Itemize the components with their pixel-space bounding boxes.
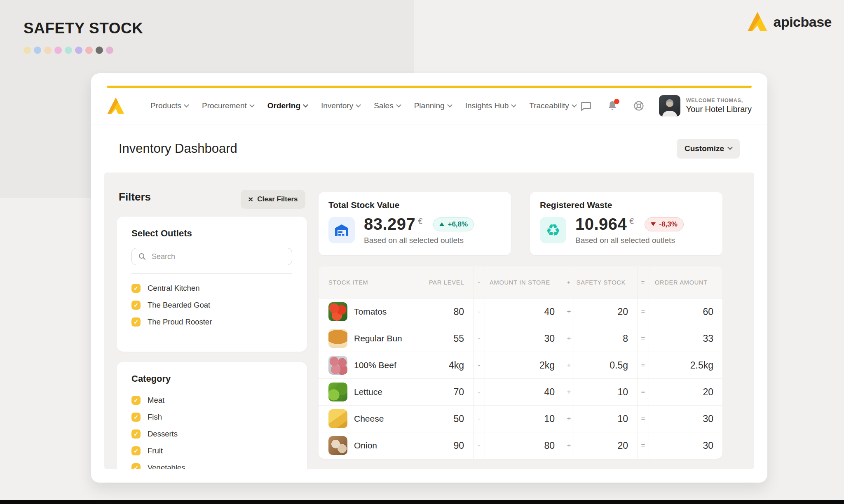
apicbase-brand: apicbase — [747, 12, 832, 32]
plus-operator: + — [564, 432, 574, 459]
nav-item-label: Procurement — [202, 101, 247, 110]
plus-operator: + — [564, 406, 574, 432]
nav-item-traceability[interactable]: Traceability — [529, 101, 576, 110]
item-name: Cheese — [354, 414, 384, 424]
nav-item-products[interactable]: Products — [150, 101, 188, 110]
category-checkbox-fish[interactable]: Fish — [131, 408, 292, 425]
nav-item-label: Sales — [374, 101, 394, 110]
chat-icon[interactable] — [580, 100, 592, 112]
table-row-100-beef: 100% Beef 4kg - 2kg + 0.5g = 2.5kg — [319, 352, 722, 378]
safety-stock-value: 20 — [574, 432, 637, 459]
outlet-label: Central Kitchen — [148, 284, 199, 293]
safety-stock-value: 10 — [574, 379, 637, 405]
category-checkbox-desserts[interactable]: Desserts — [131, 425, 292, 442]
par-level-value: 50 — [407, 413, 473, 425]
outlet-label: The Proud Rooster — [148, 317, 212, 327]
apicbase-a-icon[interactable] — [107, 97, 125, 114]
category-card: Category Meat Fish Desserts — [117, 362, 307, 469]
chevron-down-icon — [396, 102, 401, 107]
col-minus: - — [473, 266, 485, 298]
equals-operator: = — [637, 352, 649, 378]
col-equals: = — [637, 266, 649, 298]
equals-operator: = — [637, 299, 649, 325]
table-row-lettuce: Lettuce 70 - 40 + 10 = 20 — [319, 378, 722, 405]
nav-item-ordering[interactable]: Ordering — [267, 101, 307, 110]
filters-title: Filters — [119, 191, 151, 203]
page-header: Inventory Dashboard Customize — [91, 124, 767, 173]
screen: SAFETY STOCK apicbase — [0, 0, 844, 504]
main-navbar: Products Procurement Ordering Inventory … — [107, 88, 752, 124]
nav-item-label: Planning — [414, 101, 445, 110]
nav-item-insights-hub[interactable]: Insights Hub — [465, 101, 516, 110]
chevron-down-icon — [447, 102, 452, 107]
equals-operator: = — [637, 379, 649, 405]
palette-dot — [75, 47, 82, 54]
registered-waste-card: Registered Waste ♻ 10.964 € -8,3% — [530, 192, 722, 255]
page-title: SAFETY STOCK — [23, 20, 143, 37]
plus-operator: + — [564, 352, 574, 378]
order-amount-value: 30 — [649, 406, 722, 432]
chevron-down-icon — [727, 145, 733, 150]
category-checkbox-vegetables[interactable]: Vegetables — [131, 459, 292, 469]
help-icon[interactable] — [633, 100, 645, 112]
equals-operator: = — [637, 432, 649, 459]
order-amount-value: 2.5kg — [649, 352, 722, 378]
plus-operator: + — [564, 325, 574, 352]
search-icon — [138, 252, 146, 261]
avatar[interactable] — [659, 95, 680, 117]
category-checkbox-fruit[interactable]: Fruit — [131, 442, 292, 459]
nav-item-label: Inventory — [321, 101, 353, 110]
change-badge-up: +6,8% — [433, 217, 474, 231]
currency-symbol: € — [629, 217, 634, 226]
item-name: 100% Beef — [354, 360, 396, 370]
customize-button[interactable]: Customize — [677, 139, 740, 159]
order-amount-value: 33 — [649, 325, 722, 352]
dashboard-title: Inventory Dashboard — [119, 141, 237, 156]
checkbox-checked-icon — [131, 429, 141, 439]
outlet-checkbox-central-kitchen[interactable]: Central Kitchen — [131, 280, 292, 296]
lettuce-photo — [328, 383, 347, 401]
palette-dot — [65, 47, 72, 54]
close-icon — [248, 195, 253, 204]
chevron-down-icon — [249, 102, 255, 107]
nav-item-sales[interactable]: Sales — [374, 101, 401, 110]
amount-in-store-value: 30 — [485, 325, 564, 352]
search-input[interactable] — [131, 248, 292, 265]
outlet-search — [131, 248, 292, 265]
col-amount-in-store: AMOUNT IN STORE — [485, 266, 564, 298]
nav-item-inventory[interactable]: Inventory — [321, 101, 360, 110]
equals-operator: = — [637, 406, 649, 432]
nav-item-planning[interactable]: Planning — [414, 101, 452, 110]
outlet-checkbox-the-bearded-goat[interactable]: The Bearded Goat — [131, 296, 292, 313]
stock-table: STOCK ITEM PAR LEVEL - AMOUNT IN STORE +… — [319, 266, 722, 459]
category-checkbox-meat[interactable]: Meat — [131, 392, 292, 408]
category-label: Fish — [148, 413, 162, 422]
order-amount-value: 30 — [649, 432, 722, 459]
checkbox-checked-icon — [131, 317, 141, 327]
amount-in-store-value: 40 — [485, 379, 564, 405]
item-name: Onion — [354, 441, 377, 450]
library-name: Your Hotel Library — [686, 105, 752, 114]
item-name: Lettuce — [354, 387, 382, 397]
select-outlets-card: Select Outlets Central Kitchen — [117, 217, 307, 352]
change-value: -8,3% — [659, 220, 677, 229]
palette-dots — [23, 47, 113, 54]
safety-stock-value: 0.5g — [574, 352, 637, 378]
table-row-tomatos: Tomatos 80 - 40 + 20 = 60 — [319, 298, 722, 325]
onion-photo — [328, 436, 347, 455]
par-level-value: 55 — [407, 333, 473, 344]
notifications-bell-icon[interactable] — [606, 100, 619, 112]
outlet-checkbox-the-proud-rooster[interactable]: The Proud Rooster — [131, 313, 292, 330]
minus-operator: - — [473, 406, 485, 432]
col-par-level: PAR LEVEL — [407, 279, 473, 286]
minus-operator: - — [473, 299, 485, 325]
user-menu[interactable]: WELCOME THOMAS, Your Hotel Library — [659, 95, 752, 117]
nav-item-procurement[interactable]: Procurement — [202, 101, 254, 110]
warehouse-icon — [328, 217, 355, 243]
clear-filters-button[interactable]: Clear Filters — [241, 190, 305, 209]
checkbox-checked-icon — [131, 463, 141, 469]
stat-value: 10.964 — [575, 215, 627, 233]
plus-operator: + — [564, 379, 574, 405]
currency-symbol: € — [418, 217, 422, 226]
table-row-onion: Onion 90 - 80 + 20 = 30 — [319, 432, 722, 459]
